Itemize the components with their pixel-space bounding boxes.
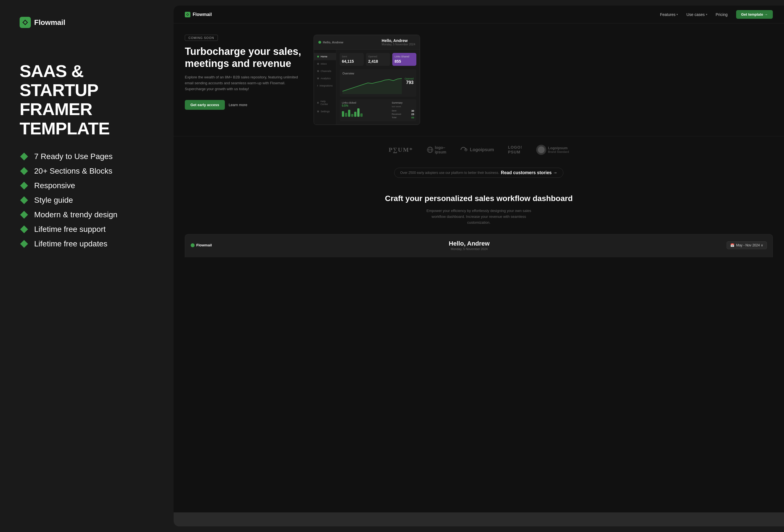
globe-icon bbox=[427, 147, 433, 153]
summary-subtitle: last week bbox=[392, 105, 414, 108]
bottom-dash-greeting: Hello, Andrew bbox=[449, 240, 490, 247]
partner-logo-4: LOGO!PSUM bbox=[508, 145, 522, 155]
dashboard-logo-dot bbox=[318, 41, 321, 44]
bottom-dash-greeting-area: Hello, Andrew Monday, 5 November 2024 bbox=[449, 240, 490, 251]
summary-received: 23 bbox=[411, 113, 414, 116]
dashboard-logo: Hello, Andrew bbox=[318, 40, 343, 44]
feature-item-2: 20+ Sections & Blocks bbox=[20, 167, 154, 175]
site-nav-brand: Flowmail bbox=[193, 12, 212, 17]
learn-more-button[interactable]: Learn more bbox=[229, 103, 247, 107]
logoipsum-icon bbox=[460, 147, 468, 153]
nav-pricing[interactable]: Pricing bbox=[716, 12, 728, 17]
feature-item-1: 7 Ready to Use Pages bbox=[20, 152, 154, 161]
links-clicked-value: 0.5% bbox=[342, 104, 390, 107]
diamond-icon-7 bbox=[20, 240, 29, 248]
partner-logo-2: logo–ipsum bbox=[427, 145, 446, 154]
dashboard-header: Hello, Andrew Hello, Andrew Monday, 5 No… bbox=[314, 35, 420, 50]
chart-area bbox=[342, 77, 402, 94]
stats-row: Sent 64,115 Opened 2,418 Links Shared 85… bbox=[340, 53, 416, 66]
summary-total: 89 bbox=[411, 116, 414, 119]
bottom-dash-logo: Flowmail bbox=[191, 243, 212, 247]
sidebar-settings[interactable]: Settings bbox=[314, 108, 336, 115]
calendar-icon: 📅 bbox=[730, 243, 734, 247]
logo-text: Flowmail bbox=[34, 18, 65, 27]
partner-logo-1: P∑UM* bbox=[389, 146, 413, 153]
summary-card: Summary last week Sent 30 Received 23 bbox=[392, 101, 414, 119]
sidebar-dot-analytics bbox=[317, 78, 319, 79]
sidebar-help[interactable]: Help Center bbox=[314, 98, 336, 108]
logo-area: Flowmail bbox=[20, 17, 154, 28]
stat-opened: Opened 2,418 bbox=[366, 53, 390, 66]
chevron-down-icon: ▾ bbox=[676, 13, 678, 16]
overview-section: Overview bbox=[340, 69, 416, 97]
diamond-icon-1 bbox=[20, 152, 29, 161]
hero-section: COMING SOON Turbocharge your sales, meet… bbox=[174, 24, 784, 136]
logo-icon bbox=[20, 17, 31, 28]
sidebar-home[interactable]: Home bbox=[314, 53, 336, 60]
read-stories-link[interactable]: Read customers stories → bbox=[501, 170, 558, 175]
sidebar-dot-settings bbox=[317, 111, 319, 112]
circle-logo-icon bbox=[536, 145, 546, 155]
bottom-section: Craft your personalized sales workflow d… bbox=[174, 182, 784, 263]
site-nav-logo: Flowmail bbox=[185, 12, 212, 17]
sidebar-dot-home bbox=[317, 56, 319, 57]
dashboard-date: Monday, 5 November 2024 bbox=[382, 43, 415, 46]
sidebar-integrations[interactable]: Integrations bbox=[314, 82, 336, 89]
summary-section: Links clicked 0.5% bbox=[340, 99, 416, 121]
stat-links-label: Links Shared bbox=[394, 55, 414, 58]
logos-section: P∑UM* logo–ipsum Logoipsum LOGO!PSUM bbox=[174, 136, 784, 163]
dashboard-body: Home Inbox Channels Analytics bbox=[314, 50, 420, 124]
summary-sent: 30 bbox=[411, 110, 414, 112]
sidebar-inbox[interactable]: Inbox bbox=[314, 60, 336, 67]
feature-text-4: Style guide bbox=[34, 196, 73, 205]
hero-left: COMING SOON Turbocharge your sales, meet… bbox=[185, 35, 302, 110]
bottom-dashboard-preview: Flowmail Hello, Andrew Monday, 5 Novembe… bbox=[185, 234, 773, 257]
nav-usecases[interactable]: Use cases ▾ bbox=[686, 12, 707, 17]
feature-text-5: Modern & trendy design bbox=[34, 210, 117, 219]
hero-buttons: Get early access Learn more bbox=[185, 100, 302, 110]
chart-value-area: Opened 793 bbox=[402, 77, 414, 85]
diamond-icon-5 bbox=[20, 210, 29, 219]
hero-title: Turbocharge your sales, meetings and rev… bbox=[185, 45, 302, 69]
dashboard-greeting-area: Hello, Andrew Monday, 5 November 2024 bbox=[382, 38, 415, 46]
summary-label: Summary bbox=[392, 101, 414, 104]
social-proof-container: Over 2500 early adopters use our platfor… bbox=[394, 168, 563, 178]
get-early-access-button[interactable]: Get early access bbox=[185, 100, 225, 110]
chart-opened-value: 793 bbox=[404, 80, 414, 85]
feature-item-5: Modern & trendy design bbox=[20, 210, 154, 219]
coming-soon-badge: COMING SOON bbox=[185, 35, 218, 41]
feature-text-2: 20+ Sections & Blocks bbox=[34, 167, 112, 175]
right-panel: Flowmail Features ▾ Use cases ▾ Pricing … bbox=[174, 6, 784, 526]
bar-chart bbox=[342, 108, 390, 117]
chevron-down-icon: ▾ bbox=[706, 13, 707, 16]
stat-sent: Sent 64,115 bbox=[340, 53, 364, 66]
dashboard-mockup: Hello, Andrew Hello, Andrew Monday, 5 No… bbox=[314, 35, 420, 125]
sidebar-channels[interactable]: Channels bbox=[314, 67, 336, 75]
partner-logo-3: Logoipsum bbox=[460, 147, 494, 153]
stat-sent-label: Sent bbox=[342, 55, 362, 58]
sidebar-analytics[interactable]: Analytics bbox=[314, 75, 336, 82]
nav-features[interactable]: Features ▾ bbox=[660, 12, 678, 17]
diamond-icon-6 bbox=[20, 225, 29, 234]
feature-text-6: Lifetime free support bbox=[34, 225, 106, 234]
feature-item-4: Style guide bbox=[20, 196, 154, 205]
site-nav: Flowmail Features ▾ Use cases ▾ Pricing … bbox=[174, 6, 784, 24]
bottom-title: Craft your personalized sales workflow d… bbox=[185, 194, 773, 203]
sidebar-dot-help bbox=[317, 102, 319, 104]
overview-title: Overview bbox=[342, 72, 414, 75]
date-range-picker[interactable]: 📅 May - Nov 2024 ∨ bbox=[727, 241, 767, 249]
partner-logo-5: Logoipsum Brand Standard bbox=[536, 145, 569, 155]
stat-opened-label: Opened bbox=[368, 55, 388, 58]
social-proof-bar: Over 2500 early adopters use our platfor… bbox=[174, 163, 784, 182]
stat-sent-value: 64,115 bbox=[342, 59, 362, 63]
sidebar-dot-channels bbox=[317, 70, 319, 72]
stat-opened-value: 2,418 bbox=[368, 59, 388, 63]
feature-text-7: Lifetime free updates bbox=[34, 240, 108, 248]
sidebar-dot-integrations bbox=[317, 85, 318, 86]
feature-item-6: Lifetime free support bbox=[20, 225, 154, 234]
site-nav-links: Features ▾ Use cases ▾ Pricing Get templ… bbox=[660, 10, 773, 19]
site-nav-logo-icon bbox=[185, 12, 190, 17]
feature-text-1: 7 Ready to Use Pages bbox=[34, 152, 113, 161]
nav-cta-button[interactable]: Get template → bbox=[736, 10, 773, 19]
feature-text-3: Responsive bbox=[34, 181, 75, 190]
